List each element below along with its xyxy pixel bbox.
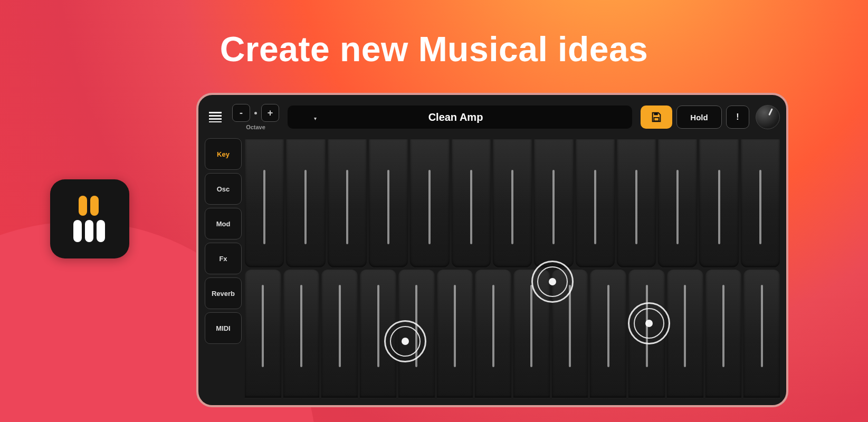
tab-fx[interactable]: Fx xyxy=(205,243,242,274)
upper-key[interactable] xyxy=(741,139,780,267)
svg-rect-3 xyxy=(85,220,93,242)
save-button[interactable] xyxy=(641,106,672,129)
lower-key[interactable] xyxy=(552,270,588,398)
lower-key[interactable] xyxy=(705,270,742,398)
svg-rect-9 xyxy=(654,113,657,116)
preset-name: Clean Amp xyxy=(300,111,611,123)
tab-reverb[interactable]: Reverb xyxy=(205,277,242,309)
lower-key[interactable] xyxy=(283,270,320,398)
tab-key[interactable]: Key xyxy=(205,138,242,170)
lower-key[interactable] xyxy=(513,270,550,398)
lower-key[interactable] xyxy=(437,270,473,398)
lower-key[interactable] xyxy=(628,270,665,398)
volume-knob[interactable] xyxy=(756,105,780,129)
upper-key[interactable] xyxy=(576,139,615,267)
upper-key[interactable] xyxy=(452,139,491,267)
menu-button[interactable] xyxy=(205,107,226,128)
upper-key[interactable] xyxy=(617,139,656,267)
tab-mod[interactable]: Mod xyxy=(205,208,242,239)
lower-key[interactable] xyxy=(321,270,358,398)
svg-rect-7 xyxy=(209,118,222,120)
lower-key[interactable] xyxy=(743,270,780,398)
bang-button[interactable]: ! xyxy=(726,106,749,129)
octave-control: - + Octave xyxy=(232,104,279,130)
svg-rect-5 xyxy=(209,112,222,113)
svg-rect-2 xyxy=(73,220,82,242)
preset-selector[interactable]: ▾ Clean Amp xyxy=(288,106,632,129)
upper-key[interactable] xyxy=(699,139,738,267)
keyboard xyxy=(245,138,780,399)
octave-up-button[interactable]: + xyxy=(261,104,279,122)
upper-key[interactable] xyxy=(658,139,697,267)
app-logo-icon xyxy=(67,193,112,245)
lower-key[interactable] xyxy=(667,270,703,398)
hold-button[interactable]: Hold xyxy=(676,106,722,129)
dropdown-arrow-icon: ▾ xyxy=(314,116,317,121)
menu-icon xyxy=(209,112,222,122)
upper-key[interactable] xyxy=(534,139,573,267)
headline: Create new Musical ideas xyxy=(0,29,868,69)
upper-key[interactable] xyxy=(286,139,325,267)
tab-midi[interactable]: MIDI xyxy=(205,312,242,344)
lower-key[interactable] xyxy=(398,270,435,398)
svg-rect-4 xyxy=(97,220,105,242)
svg-rect-1 xyxy=(90,196,99,216)
save-icon xyxy=(651,111,662,123)
app-icon xyxy=(50,179,129,258)
side-tabs: KeyOscModFxReverbMIDI xyxy=(205,138,242,399)
lower-key[interactable] xyxy=(245,270,281,398)
octave-indicator-dot xyxy=(254,112,257,114)
upper-key[interactable] xyxy=(410,139,449,267)
octave-label: Octave xyxy=(246,124,265,130)
lower-key[interactable] xyxy=(360,270,396,398)
octave-down-button[interactable]: - xyxy=(232,104,250,122)
upper-key[interactable] xyxy=(369,139,408,267)
upper-key[interactable] xyxy=(245,139,284,267)
svg-rect-8 xyxy=(209,121,222,122)
tab-osc[interactable]: Osc xyxy=(205,173,242,205)
lower-key[interactable] xyxy=(590,270,626,398)
svg-rect-10 xyxy=(654,118,659,121)
lower-key[interactable] xyxy=(475,270,511,398)
top-bar: - + Octave ▾ Clean Amp Hold ! xyxy=(205,101,780,133)
app-screen: - + Octave ▾ Clean Amp Hold ! KeyOscModF… xyxy=(196,93,788,407)
upper-key[interactable] xyxy=(328,139,367,267)
upper-key[interactable] xyxy=(493,139,532,267)
svg-rect-0 xyxy=(79,196,87,216)
svg-rect-6 xyxy=(209,115,222,117)
